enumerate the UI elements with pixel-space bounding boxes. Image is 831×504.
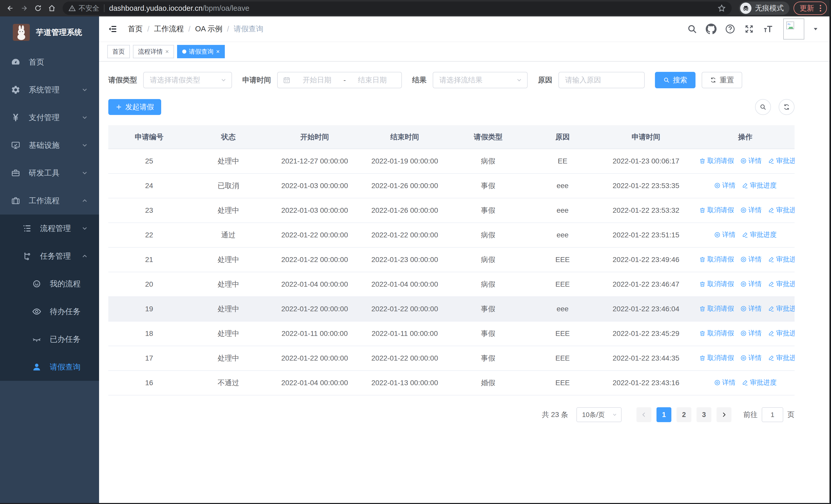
prev-page-button[interactable] xyxy=(636,407,651,422)
breadcrumb-home[interactable]: 首页 xyxy=(128,24,143,34)
detail-link[interactable]: 详情 xyxy=(740,156,762,165)
breadcrumb-oa-example[interactable]: OA 示例 xyxy=(195,24,222,34)
sidebar-item-dev-tools[interactable]: 研发工具 xyxy=(0,159,99,187)
sidebar-item-todo-tasks[interactable]: 待办任务 xyxy=(0,298,99,325)
approval-progress-link[interactable]: 审批进度 xyxy=(768,206,795,214)
cell-type: 婚假 xyxy=(447,370,529,395)
cell-status: 处理中 xyxy=(190,149,267,174)
address-bar[interactable]: 不安全 dashboard.yudao.iocoder.cn/bpm/oa/le… xyxy=(63,2,732,15)
sidebar-item-home[interactable]: 首页 xyxy=(0,48,99,76)
page-button-3[interactable]: 3 xyxy=(696,407,711,422)
chevron-down-icon xyxy=(516,77,522,83)
sidebar-item-workflow[interactable]: 工作流程 xyxy=(0,187,99,214)
header-search-icon[interactable] xyxy=(687,24,697,34)
update-button[interactable]: 更新 xyxy=(794,2,827,15)
sidebar-item-process-mgmt[interactable]: 流程管理 xyxy=(0,214,99,242)
approval-progress-link[interactable]: 审批进度 xyxy=(742,181,777,190)
cancel-leave-link[interactable]: 取消请假 xyxy=(699,156,734,165)
security-warning-icon[interactable] xyxy=(68,4,76,12)
toggle-search-button[interactable] xyxy=(755,99,771,115)
goto-page-input[interactable] xyxy=(762,407,783,422)
update-label: 更新 xyxy=(800,3,814,13)
tab-home[interactable]: 首页 xyxy=(107,45,130,58)
action-label: 审批进度 xyxy=(776,206,795,214)
detail-link[interactable]: 详情 xyxy=(740,255,762,264)
page-button-2[interactable]: 2 xyxy=(677,407,691,422)
user-avatar[interactable] xyxy=(783,19,804,39)
forward-icon[interactable] xyxy=(18,2,30,14)
column-header: 申请编号 xyxy=(108,125,190,149)
cancel-leave-link[interactable]: 取消请假 xyxy=(699,255,734,264)
sidebar-item-task-mgmt[interactable]: 任务管理 xyxy=(0,242,99,270)
cell-end: 2022-01-23 00:00:00 xyxy=(362,247,447,272)
home-icon[interactable] xyxy=(46,2,58,14)
sidebar-item-done-tasks[interactable]: 已办任务 xyxy=(0,325,99,353)
sidebar-item-payment[interactable]: 支付管理 xyxy=(0,104,99,131)
tab-leave-query[interactable]: 请假查询× xyxy=(177,45,225,58)
create-leave-button[interactable]: 发起请假 xyxy=(108,99,161,115)
sidebar-item-leave-query[interactable]: 请假查询 xyxy=(0,353,99,381)
sidebar-toggle-icon[interactable] xyxy=(107,23,119,35)
approval-progress-link[interactable]: 审批进度 xyxy=(768,255,795,264)
approval-progress-link[interactable]: 审批进度 xyxy=(768,329,795,338)
approval-progress-link[interactable]: 审批进度 xyxy=(742,230,777,239)
next-page-button[interactable] xyxy=(717,407,732,422)
main-panel: 首页 工作流程 OA 示例 请假查询 xyxy=(99,17,831,504)
approval-progress-link[interactable]: 审批进度 xyxy=(768,353,795,362)
cancel-leave-link[interactable]: 取消请假 xyxy=(699,353,734,362)
detail-link[interactable]: 详情 xyxy=(740,206,762,214)
security-label[interactable]: 不安全 xyxy=(79,4,99,13)
detail-link[interactable]: 详情 xyxy=(714,181,736,190)
browser-menu-icon[interactable] xyxy=(816,4,825,12)
bookmark-star-icon[interactable] xyxy=(717,4,726,12)
font-size-icon[interactable] xyxy=(763,24,774,34)
cancel-leave-link[interactable]: 取消请假 xyxy=(699,206,734,214)
sidebar-item-system[interactable]: 系统管理 xyxy=(0,76,99,104)
sidebar-item-infrastructure[interactable]: 基础设施 xyxy=(0,131,99,159)
result-select[interactable]: 请选择流结果 xyxy=(433,72,528,88)
cancel-leave-link[interactable]: 取消请假 xyxy=(699,329,734,338)
tab-close-icon[interactable]: × xyxy=(216,49,220,55)
leave-type-select[interactable]: 请选择请假类型 xyxy=(143,72,232,88)
back-icon[interactable] xyxy=(4,2,17,14)
cancel-leave-link[interactable]: 取消请假 xyxy=(699,304,734,313)
approval-progress-link[interactable]: 审批进度 xyxy=(768,304,795,313)
reload-icon[interactable] xyxy=(32,2,44,14)
create-leave-label: 发起请假 xyxy=(125,102,154,112)
github-icon[interactable] xyxy=(706,24,717,34)
tab-process-detail[interactable]: 流程详情× xyxy=(133,45,174,58)
reset-button[interactable]: 重置 xyxy=(701,72,742,88)
cell-actions: 取消请假详情审批进度 xyxy=(696,321,795,346)
edit-icon xyxy=(768,281,775,288)
refresh-table-button[interactable] xyxy=(779,99,795,115)
search-button[interactable]: 搜索 xyxy=(655,72,695,88)
tab-close-icon[interactable]: × xyxy=(165,49,169,55)
detail-link[interactable]: 详情 xyxy=(714,230,736,239)
cancel-leave-link[interactable]: 取消请假 xyxy=(699,279,734,289)
sidebar-item-my-process[interactable]: 我的流程 xyxy=(0,270,99,298)
detail-link[interactable]: 详情 xyxy=(740,304,762,313)
cell-id: 23 xyxy=(108,198,190,223)
app-logo[interactable]: 芋道管理系统 xyxy=(0,17,99,48)
approval-progress-link[interactable]: 审批进度 xyxy=(768,279,795,289)
detail-link[interactable]: 详情 xyxy=(740,353,762,362)
fullscreen-icon[interactable] xyxy=(744,24,754,34)
cell-id: 22 xyxy=(108,223,190,247)
breadcrumb-workflow[interactable]: 工作流程 xyxy=(154,24,184,34)
navbar: 首页 工作流程 OA 示例 请假查询 xyxy=(99,17,831,42)
cell-id: 18 xyxy=(108,321,190,346)
end-date-placeholder[interactable]: 结束日期 xyxy=(348,75,396,85)
detail-link[interactable]: 详情 xyxy=(714,378,736,387)
reason-input[interactable] xyxy=(565,76,638,84)
avatar-caret-icon[interactable] xyxy=(812,26,819,32)
page-size-select[interactable]: 10条/页 xyxy=(576,407,622,422)
start-date-placeholder[interactable]: 开始日期 xyxy=(293,75,341,85)
date-range-picker[interactable]: 开始日期 - 结束日期 xyxy=(277,72,402,88)
detail-link[interactable]: 详情 xyxy=(740,329,762,338)
approval-progress-link[interactable]: 审批进度 xyxy=(768,156,795,165)
detail-link[interactable]: 详情 xyxy=(740,279,762,289)
approval-progress-link[interactable]: 审批进度 xyxy=(742,378,777,387)
total-count: 共 23 条 xyxy=(542,410,568,420)
page-button-1[interactable]: 1 xyxy=(657,407,671,422)
help-icon[interactable] xyxy=(725,24,736,34)
